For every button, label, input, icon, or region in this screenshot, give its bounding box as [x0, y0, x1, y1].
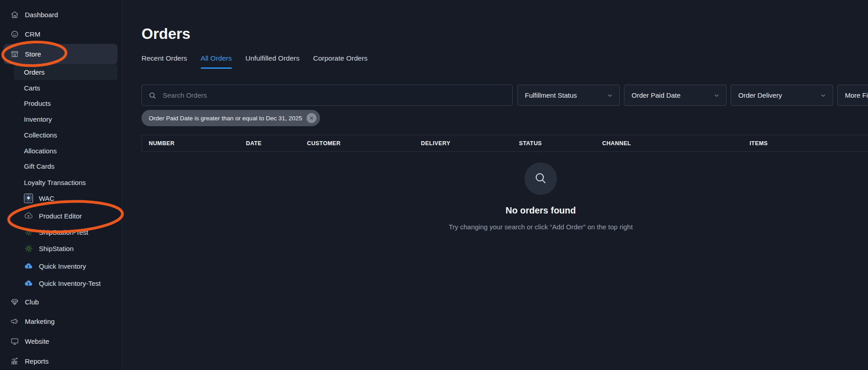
sidebar-item-label: Dashboard: [25, 11, 58, 19]
sidebar-item-crm[interactable]: CRM: [0, 27, 122, 41]
sidebar-item-inventory[interactable]: Inventory: [0, 113, 122, 125]
close-icon: ×: [310, 114, 313, 122]
sidebar: Dashboard CRM Store Orders Carts Product…: [0, 0, 122, 370]
search-orders-box: [142, 85, 513, 106]
sidebar-item-dashboard[interactable]: Dashboard: [0, 8, 122, 21]
sidebar-item-wac[interactable]: WAC: [0, 192, 122, 204]
smiley-icon: [10, 29, 19, 38]
tab-corporate-orders[interactable]: Corporate Orders: [313, 54, 368, 62]
column-header-date: DATE: [246, 135, 262, 152]
filter-chip: Order Paid Date is greater than or equal…: [142, 110, 320, 126]
page-title: Orders: [142, 26, 190, 42]
sidebar-item-quick-inventory[interactable]: Quick Inventory: [0, 260, 122, 272]
sidebar-item-website[interactable]: Website: [0, 334, 122, 348]
cloud-upload-icon: [24, 261, 33, 270]
column-header-channel: CHANNEL: [602, 135, 631, 152]
empty-state-search-icon: [524, 162, 557, 195]
sidebar-item-products[interactable]: Products: [0, 97, 122, 109]
sidebar-item-loyalty-transactions[interactable]: Loyalty Transactions: [0, 176, 122, 189]
sidebar-item-marketing[interactable]: Marketing: [0, 314, 122, 328]
sidebar-item-carts[interactable]: Carts: [0, 81, 122, 94]
megaphone-icon: [10, 317, 19, 326]
sidebar-item-gift-cards[interactable]: Gift Cards: [0, 160, 122, 172]
empty-state-subtitle: Try changing your search or click “Add O…: [405, 223, 676, 231]
sidebar-item-product-editor[interactable]: Product Editor: [0, 209, 122, 222]
home-icon: [10, 10, 19, 19]
orders-table-header: NUMBER DATE CUSTOMER DELIVERY STATUS CHA…: [142, 135, 868, 152]
tab-unfulfilled-orders[interactable]: Unfulfilled Orders: [245, 54, 300, 62]
sidebar-item-orders[interactable]: Orders: [0, 66, 122, 78]
column-header-number: NUMBER: [149, 135, 175, 152]
sidebar-item-collections[interactable]: Collections: [0, 128, 122, 141]
filter-more-filters[interactable]: More Filters: [837, 85, 868, 106]
sidebar-item-shipstation[interactable]: ShipStation: [0, 242, 122, 255]
filter-chip-text: Order Paid Date is greater than or equal…: [149, 115, 302, 122]
filter-fulfillment-status[interactable]: Fulfillment Status: [517, 85, 620, 106]
tab-recent-orders[interactable]: Recent Orders: [142, 54, 187, 62]
gear-icon: [24, 228, 33, 237]
sidebar-item-store[interactable]: Store: [0, 47, 122, 61]
search-input[interactable]: [162, 91, 506, 100]
tab-all-orders[interactable]: All Orders: [201, 54, 232, 62]
sidebar-item-label: CRM: [25, 30, 40, 38]
sidebar-item-allocations[interactable]: Allocations: [0, 144, 122, 157]
wac-logo-icon: [24, 194, 33, 203]
sidebar-item-reports[interactable]: Reports: [0, 354, 122, 368]
sidebar-item-quick-inventory-test[interactable]: Quick Inventory-Test: [0, 277, 122, 289]
search-icon: [148, 91, 156, 100]
sidebar-item-label: Store: [25, 50, 41, 58]
cloud-edit-icon: [24, 211, 33, 220]
filter-order-delivery[interactable]: Order Delivery: [731, 85, 833, 106]
bar-chart-icon: [10, 356, 19, 365]
gear-icon: [24, 244, 33, 253]
column-header-items: ITEMS: [750, 135, 768, 152]
cloud-upload-icon: [24, 279, 33, 288]
column-header-customer: CUSTOMER: [307, 135, 341, 152]
remove-filter-button[interactable]: ×: [307, 113, 316, 123]
filter-order-paid-date[interactable]: Order Paid Date: [624, 85, 726, 106]
chevron-down-icon: [820, 92, 827, 99]
app-window: Dashboard CRM Store Orders Carts Product…: [0, 0, 868, 370]
chevron-down-icon: [606, 92, 613, 99]
main-content: Orders Recent Orders All Orders Unfulfil…: [122, 0, 868, 370]
sidebar-item-club[interactable]: Club: [0, 295, 122, 308]
diamond-icon: [10, 297, 19, 306]
column-header-delivery: DELIVERY: [421, 135, 450, 152]
empty-state-title: No orders found: [473, 205, 609, 216]
monitor-icon: [10, 337, 19, 346]
storefront-icon: [10, 49, 19, 58]
chevron-down-icon: [713, 92, 720, 99]
column-header-status: STATUS: [519, 135, 542, 152]
orders-tabs: Recent Orders All Orders Unfulfilled Ord…: [142, 54, 368, 62]
sidebar-item-shipstation-test[interactable]: ShipStation-Test: [0, 226, 122, 238]
